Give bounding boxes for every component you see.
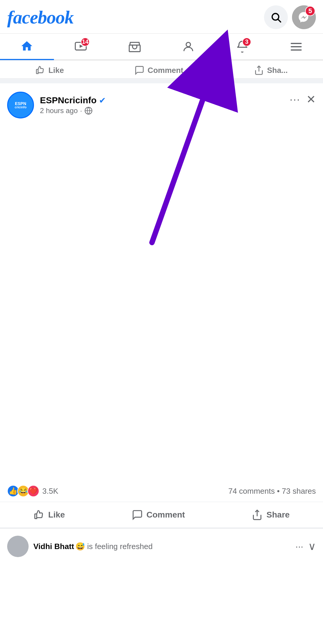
more-options-button[interactable]: ···	[290, 93, 300, 106]
post-header: ESPN cricinfo ESPNcricinfo ✔ 2 hours ago…	[0, 83, 323, 123]
page-wrapper: facebook 5	[0, 0, 323, 644]
espn-logo-text: ESPN	[15, 101, 26, 106]
shares-count: 73 shares	[282, 487, 316, 495]
reaction-emojis: 👍 😂 ❤️	[7, 485, 39, 497]
svg-line-1	[278, 19, 281, 22]
post-time: 2 hours ago	[40, 107, 78, 115]
partial-comment-label: Comment	[147, 66, 183, 75]
search-icon	[270, 12, 282, 23]
messenger-button[interactable]: 5	[292, 5, 316, 29]
watch-badge: 14	[81, 37, 90, 46]
bottom-user-text: Vidhi Bhatt 😅 is feeling refreshed	[33, 542, 153, 551]
partial-share-btn[interactable]: Sha...	[254, 65, 288, 75]
share-button[interactable]: Share	[246, 504, 296, 525]
page-avatar[interactable]: ESPN cricinfo	[7, 92, 34, 118]
comments-shares-count: 74 comments • 73 shares	[228, 487, 316, 496]
post-header-right: ··· ✕	[290, 92, 316, 106]
comment-button[interactable]: Comment	[126, 504, 191, 525]
share-icon-partial	[254, 65, 264, 75]
separator: •	[277, 487, 282, 495]
post-author-name-row: ESPNcricinfo ✔	[40, 95, 106, 105]
share-icon	[251, 509, 263, 520]
search-button[interactable]	[264, 5, 288, 29]
bottom-post-preview: Vidhi Bhatt 😅 is feeling refreshed ··· ∨	[0, 528, 323, 564]
facebook-logo: facebook	[7, 7, 74, 28]
reaction-count: 3.5K	[42, 487, 58, 496]
marketplace-icon	[128, 40, 141, 53]
share-label: Share	[266, 510, 290, 520]
like-label: Like	[48, 510, 65, 520]
nav-marketplace[interactable]	[108, 33, 162, 60]
partial-comment-btn[interactable]: Comment	[134, 65, 183, 75]
home-icon	[20, 40, 33, 53]
nav-home[interactable]	[0, 33, 54, 60]
partial-like-btn[interactable]: Like	[35, 65, 64, 75]
globe-icon	[84, 107, 93, 115]
author-name[interactable]: ESPNcricinfo	[40, 95, 97, 105]
post-content-area	[0, 123, 323, 480]
navbar: 14 3	[0, 34, 323, 60]
close-post-button[interactable]: ✕	[306, 93, 316, 106]
section-separator	[0, 79, 323, 83]
like-icon	[33, 509, 45, 520]
post-header-left: ESPN cricinfo ESPNcricinfo ✔ 2 hours ago…	[7, 92, 106, 118]
bottom-chevron-down-icon[interactable]: ∨	[308, 540, 316, 553]
comment-icon-partial	[134, 65, 145, 75]
comment-label: Comment	[147, 510, 185, 520]
love-reaction: ❤️	[27, 485, 39, 497]
partial-like-label: Like	[48, 66, 64, 75]
nav-menu[interactable]	[269, 33, 323, 60]
nav-notifications[interactable]: 3	[215, 33, 269, 60]
like-icon-partial	[35, 65, 45, 75]
post-meta: 2 hours ago ·	[40, 107, 106, 115]
bottom-username: Vidhi Bhatt	[33, 542, 74, 551]
partial-action-bar: Like Comment Sha...	[0, 60, 323, 79]
reaction-bar: 👍 😂 ❤️ 3.5K 74 comments • 73 shares	[0, 480, 323, 502]
nav-watch[interactable]: 14	[54, 33, 108, 60]
profile-icon	[182, 40, 195, 53]
menu-icon	[290, 40, 303, 53]
messenger-badge: 5	[305, 6, 315, 16]
bottom-status-emoji: 😅	[75, 542, 87, 551]
header-icons: 5	[264, 5, 316, 29]
bottom-user-info: Vidhi Bhatt 😅 is feeling refreshed	[7, 536, 153, 557]
nav-profile[interactable]	[162, 33, 215, 60]
action-bar: Like Comment Share	[0, 502, 323, 528]
svg-rect-4	[129, 45, 140, 51]
post-card: ESPN cricinfo ESPNcricinfo ✔ 2 hours ago…	[0, 83, 323, 528]
notifications-badge: 3	[242, 37, 251, 46]
bottom-status-text: is feeling refreshed	[87, 542, 153, 551]
espn-sub-text: cricinfo	[15, 106, 27, 109]
svg-point-5	[186, 42, 191, 47]
comments-count: 74 comments	[228, 487, 275, 495]
post-author-info: ESPNcricinfo ✔ 2 hours ago ·	[40, 95, 106, 115]
bottom-more-options[interactable]: ···	[295, 541, 303, 552]
bottom-right-actions: ··· ∨	[295, 540, 316, 553]
header: facebook 5	[0, 0, 323, 34]
partial-share-label: Sha...	[267, 66, 288, 75]
like-button[interactable]: Like	[27, 504, 71, 525]
bottom-avatar	[7, 536, 29, 557]
comment-icon	[132, 509, 143, 520]
verified-icon: ✔	[99, 96, 106, 105]
dot-separator: ·	[80, 107, 82, 115]
reactions-left: 👍 😂 ❤️ 3.5K	[7, 485, 58, 497]
